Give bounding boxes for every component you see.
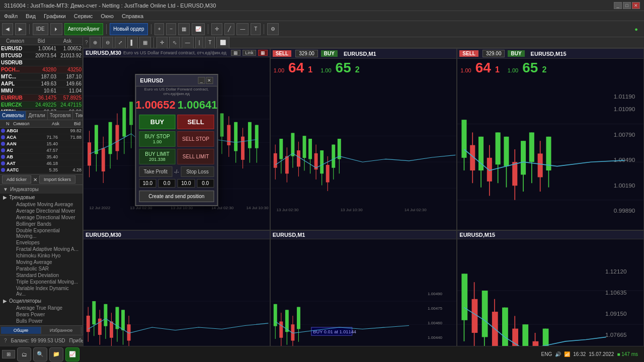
list-item[interactable]: РОСН... 43280 43250 bbox=[0, 66, 83, 73]
window-controls[interactable]: _ □ ✕ bbox=[614, 2, 640, 9]
menu-window[interactable]: Окно bbox=[99, 13, 116, 19]
tb-text[interactable]: T bbox=[251, 23, 261, 35]
sell-button-quick[interactable]: SELL bbox=[273, 50, 292, 57]
chart-tb-hline[interactable]: — bbox=[182, 37, 194, 49]
chart-tb-zoom-out[interactable]: ⊖ bbox=[102, 37, 113, 49]
menu-view[interactable]: Вид bbox=[24, 13, 38, 19]
list-item[interactable]: AAN 15.40 bbox=[0, 141, 83, 147]
tab-favorites[interactable]: Избранное bbox=[41, 327, 82, 334]
tb-chart-type[interactable]: ▦ bbox=[178, 23, 190, 35]
ind-item[interactable]: Variable Index Dynamic Av... bbox=[6, 285, 83, 297]
stop-loss-button[interactable]: Stop Loss bbox=[181, 166, 214, 177]
ind-item[interactable]: Double Exponential Moving... bbox=[6, 227, 83, 239]
list-item[interactable]: AAPL 149.63 149.66 bbox=[0, 80, 83, 87]
take-profit-button[interactable]: Take Profit bbox=[139, 166, 172, 177]
maximize-button[interactable]: □ bbox=[623, 2, 631, 9]
sl-value1[interactable] bbox=[178, 179, 195, 188]
tb-back[interactable]: ◀ bbox=[2, 23, 13, 35]
tab-details[interactable]: Детали bbox=[26, 111, 47, 120]
ind-item[interactable]: Bulls Power bbox=[6, 318, 83, 324]
ind-item[interactable]: Standard Deviation bbox=[6, 272, 83, 279]
chart-new-order[interactable]: ▦ bbox=[231, 50, 240, 56]
ind-item[interactable]: Average True Range bbox=[6, 305, 83, 311]
tab-symbols[interactable]: Символы bbox=[0, 111, 26, 120]
list-item[interactable]: MMU 10.61 11.04 bbox=[0, 87, 83, 95]
tb-ide[interactable]: IDE bbox=[33, 23, 48, 35]
tb-autotrading-toggle[interactable]: Автотрейдинг bbox=[64, 23, 103, 35]
tp-value1[interactable] bbox=[139, 179, 156, 188]
tb-forward[interactable]: ▶ bbox=[15, 23, 26, 35]
close-button[interactable]: ✕ bbox=[632, 2, 640, 9]
import-tickers-button[interactable]: Import tickers bbox=[39, 175, 75, 184]
ind-group-trending[interactable]: ▶ Трендовые bbox=[0, 194, 83, 201]
list-item[interactable]: EURCZK 24.49225 24.47115 bbox=[0, 102, 83, 109]
chart-tb-vline[interactable]: | bbox=[195, 37, 204, 49]
list-item[interactable]: ABGI 99.82 bbox=[0, 128, 83, 134]
overlay-minimize[interactable]: _ bbox=[198, 77, 205, 84]
chart-tb-candles[interactable]: ▦ bbox=[139, 37, 151, 49]
menu-service[interactable]: Сервис bbox=[72, 13, 95, 19]
buy-limit-button[interactable]: BUY LIMIT 201.338 bbox=[139, 149, 176, 164]
sell-limit-button[interactable]: SELL LIMIT bbox=[178, 149, 214, 164]
ind-item[interactable]: Adaptive Moving Average bbox=[6, 201, 83, 208]
tb-line[interactable]: ╱ bbox=[224, 23, 234, 35]
tb-zoom-in[interactable]: + bbox=[154, 23, 165, 35]
tb-indicators[interactable]: 📈 bbox=[192, 23, 205, 35]
tb-new-order[interactable]: Новый ордер bbox=[110, 23, 148, 35]
taskbar-app-3[interactable]: 📁 bbox=[49, 347, 63, 361]
minimize-button[interactable]: _ bbox=[614, 2, 622, 9]
overlay-close[interactable]: ✕ bbox=[206, 77, 213, 84]
buy-button-quick[interactable]: BUY bbox=[321, 50, 338, 57]
create-position-button[interactable]: Create and send position bbox=[139, 191, 214, 202]
buy-stop-button[interactable]: BUY STOP 1.00 bbox=[139, 131, 176, 147]
ind-item[interactable]: Fractal Adaptive Moving A... bbox=[6, 246, 83, 252]
menu-file[interactable]: Файл bbox=[2, 13, 20, 19]
ind-item[interactable]: Average Directional Mover bbox=[6, 214, 83, 221]
chart-tb-zoom-in[interactable]: ⊕ bbox=[90, 37, 101, 49]
sell-button-m15[interactable]: SELL bbox=[459, 50, 478, 57]
ind-group-oscillators[interactable]: ▶ Осцилляторы bbox=[0, 297, 83, 305]
chart-tb-line[interactable]: ⬁ bbox=[169, 37, 180, 49]
ind-item[interactable]: Envelopes bbox=[6, 239, 83, 246]
taskbar-app-2[interactable]: 🔍 bbox=[33, 347, 47, 361]
tb-properties[interactable]: ⚙ bbox=[267, 23, 279, 35]
list-item[interactable]: EURUSD 1.00641 1.00652 bbox=[0, 45, 83, 52]
tb-autotrading[interactable]: ⏵ bbox=[50, 23, 62, 35]
add-ticker-button[interactable]: Add ticker bbox=[2, 175, 31, 184]
list-item[interactable]: EURRUB 36.1475 57.8925 bbox=[0, 95, 83, 102]
ind-item[interactable]: Average Directional Mover bbox=[6, 208, 83, 214]
list-item[interactable]: AC 47.57 bbox=[0, 147, 83, 154]
sl-value2[interactable] bbox=[197, 179, 214, 188]
ind-item[interactable]: Triple Exponential Moving... bbox=[6, 279, 83, 285]
menu-help[interactable]: Справка bbox=[120, 13, 145, 19]
list-item[interactable]: AB 35.40 bbox=[0, 154, 83, 160]
list-item[interactable]: МТС... 187.03 187.10 bbox=[0, 73, 83, 80]
chart-tb-fit[interactable]: ⤢ bbox=[115, 37, 126, 49]
ind-item[interactable]: Bollinger Bands bbox=[6, 221, 83, 227]
chart-sell-quick[interactable]: ▦ bbox=[258, 50, 268, 56]
list-item[interactable]: AAT 46.18 bbox=[0, 160, 83, 167]
tb-zoom-out[interactable]: − bbox=[166, 23, 176, 35]
tab-ticker[interactable]: Тикер bbox=[73, 111, 83, 120]
tb-crosshair[interactable]: ✛ bbox=[211, 23, 222, 35]
ind-item[interactable]: Ichimoku Kinko Hyo bbox=[6, 252, 83, 259]
tab-general[interactable]: Общие bbox=[1, 327, 41, 334]
taskbar-active-app[interactable]: 📈 bbox=[65, 347, 79, 361]
tab-trading[interactable]: Торговля bbox=[48, 111, 73, 120]
ind-item[interactable]: Bears Power bbox=[6, 311, 83, 318]
list-item[interactable]: ACA 71.76 71.88 bbox=[0, 134, 83, 141]
buy-button-m15[interactable]: BUY bbox=[508, 50, 524, 57]
ind-item[interactable]: Moving Average bbox=[6, 259, 83, 265]
sell-button[interactable]: SELL bbox=[178, 115, 214, 129]
taskbar-app-1[interactable]: 🗂 bbox=[17, 347, 31, 361]
buy-button[interactable]: BUY bbox=[139, 115, 176, 129]
sell-stop-button[interactable]: SELL STOP bbox=[178, 131, 214, 147]
list-item[interactable]: AATC 5.35 4.28 bbox=[0, 167, 83, 173]
chart-tb-crosshair[interactable]: ✛ bbox=[156, 37, 168, 49]
chart-tb-bars[interactable]: ▌ bbox=[127, 37, 138, 49]
chart-tb-text[interactable]: T bbox=[205, 37, 215, 49]
menu-charts[interactable]: Графики bbox=[42, 13, 68, 19]
chart-tb-objects[interactable]: ⬜ bbox=[216, 37, 229, 49]
start-button[interactable]: ⊞ bbox=[2, 350, 15, 358]
chart-properties[interactable]: Link bbox=[243, 50, 256, 56]
